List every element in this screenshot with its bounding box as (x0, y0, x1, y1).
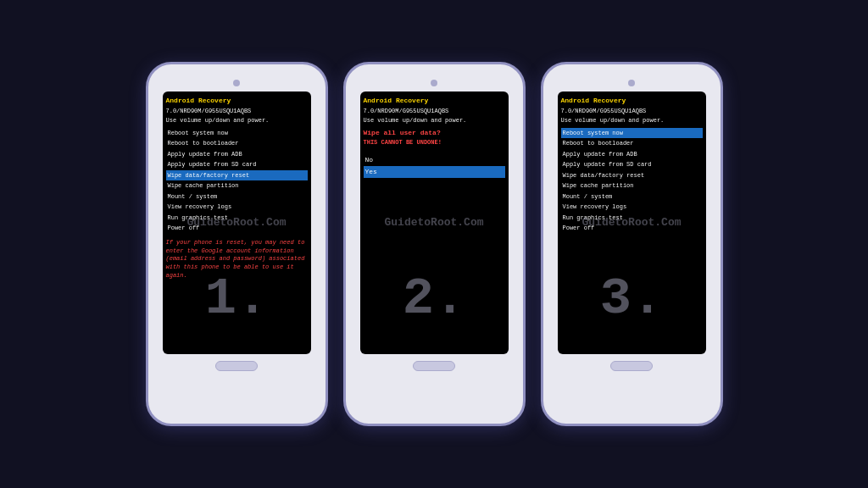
phone-3-menu-9: Power off (561, 223, 703, 234)
phone-3-menu-8: Run graphics test (561, 213, 703, 224)
phone-3-info: Use volume up/down and power. (561, 116, 703, 125)
phone-2-option-no: No (364, 154, 505, 166)
phone-2-wipe-question: Wipe all user data? (364, 128, 505, 138)
phone-3-title: Android Recovery (561, 96, 703, 106)
phone-3-menu-6: Mount / system (561, 191, 703, 202)
phone-1-menu-4-selected: Wipe data/factory reset (166, 170, 308, 181)
phone-2-camera (431, 80, 437, 86)
phone-2-step: 2. (403, 269, 465, 329)
phone-2-wrapper: Android Recovery 7.0/NRD90M/G955USQU1AQB… (343, 62, 526, 426)
phone-2-wipe-warning: THIS CANNOT BE UNDONE! (364, 138, 505, 147)
phone-3-menu-1: Reboot to bootloader (561, 138, 703, 149)
phone-3-menu-0-selected: Reboot system now (561, 128, 703, 139)
phone-1-menu-7: View recovery logs (166, 202, 308, 213)
phone-3-menu-2: Apply update from ADB (561, 149, 703, 160)
phone-1-menu-2: Apply update from ADB (166, 149, 308, 160)
phone-3-menu-3: Apply update from SD card (561, 159, 703, 170)
phone-3-menu-7: View recovery logs (561, 202, 703, 213)
phone-1-menu-1: Reboot to bootloader (166, 138, 308, 149)
phone-3-menu-4: Wipe data/factory reset (561, 170, 703, 181)
phone-1-subtitle: 7.0/NRD90M/G955USQU1AQBS (166, 107, 308, 115)
phone-2-option-yes: Yes (364, 166, 505, 178)
phone-2-watermark: GuidetoRoot.Com (384, 215, 483, 230)
phone-2-title: Android Recovery (364, 96, 505, 106)
phone-2-home-btn (413, 361, 455, 371)
phone-1-home-btn (215, 361, 258, 371)
phone-3-subtitle: 7.0/NRD90M/G955USQU1AQBS (561, 107, 703, 115)
phone-1-menu-9: Power off (166, 223, 308, 234)
phone-3-step: 3. (600, 269, 663, 329)
phone-3-menu-5: Wipe cache partition (561, 180, 703, 191)
phone-1-menu-0: Reboot system now (166, 128, 308, 139)
phone-1-info: Use volume up/down and power. (166, 116, 308, 125)
phone-3: Android Recovery 7.0/NRD90M/G955USQU1AQB… (541, 62, 723, 426)
phone-1-menu-8: Run graphics test (166, 213, 308, 224)
phone-1-camera (233, 80, 240, 86)
phone-2: Android Recovery 7.0/NRD90M/G955USQU1AQB… (343, 62, 526, 426)
main-container: Android Recovery 7.0/NRD90M/G955USQU1AQB… (0, 0, 868, 488)
phone-3-screen: Android Recovery 7.0/NRD90M/G955USQU1AQB… (558, 92, 706, 354)
phone-3-camera (628, 80, 635, 86)
phone-1-title: Android Recovery (166, 96, 308, 106)
phone-2-info: Use volume up/down and power. (364, 116, 505, 125)
phone-1-screen: Android Recovery 7.0/NRD90M/G955USQU1AQB… (163, 92, 311, 354)
phone-1-menu-6: Mount / system (166, 191, 308, 202)
phone-1-menu-3: Apply update from SD card (166, 159, 308, 170)
phone-2-subtitle: 7.0/NRD90M/G955USQU1AQBS (364, 107, 505, 115)
phone-1-menu-5: Wipe cache partition (166, 180, 308, 191)
phone-1: Android Recovery 7.0/NRD90M/G955USQU1AQB… (146, 62, 328, 426)
phone-3-home-btn (610, 361, 653, 371)
phone-1-wrapper: Android Recovery 7.0/NRD90M/G955USQU1AQB… (146, 62, 328, 426)
phone-3-wrapper: Android Recovery 7.0/NRD90M/G955USQU1AQB… (541, 62, 723, 426)
phone-2-screen: Android Recovery 7.0/NRD90M/G955USQU1AQB… (360, 92, 509, 354)
phone-1-warning: If your phone is reset, you may need to … (166, 239, 308, 280)
